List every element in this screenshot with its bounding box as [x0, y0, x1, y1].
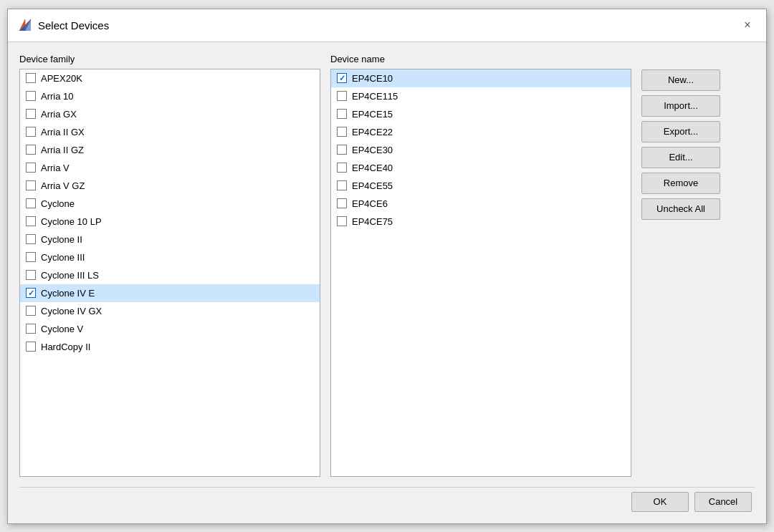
item-label: EP4CE10: [352, 73, 393, 84]
item-label: EP4CE115: [352, 91, 398, 102]
select-devices-dialog: Select Devices × Device family APEX20KAr…: [7, 9, 767, 524]
checkbox: [337, 91, 347, 101]
item-label: EP4CE6: [352, 198, 388, 209]
item-label: EP4CE55: [352, 180, 393, 191]
device-family-panel: Device family APEX20KArria 10Arria GXArr…: [19, 54, 320, 477]
list-item[interactable]: Cyclone: [20, 195, 320, 213]
new-button[interactable]: New...: [641, 69, 720, 91]
checkbox: [337, 198, 347, 208]
item-label: Arria II GX: [41, 127, 85, 137]
list-item[interactable]: EP4CE30: [331, 141, 631, 159]
list-item[interactable]: Arria GX: [20, 105, 320, 123]
checkbox: [26, 91, 36, 101]
checkbox: [26, 234, 36, 244]
checkbox: [26, 145, 36, 155]
import-button[interactable]: Import...: [641, 95, 720, 117]
device-family-label: Device family: [19, 54, 320, 64]
checkbox: [26, 180, 36, 190]
checkbox: [26, 270, 36, 280]
device-name-list[interactable]: EP4CE10EP4CE115EP4CE15EP4CE22EP4CE30EP4C…: [330, 69, 631, 477]
item-label: EP4CE22: [352, 127, 393, 137]
list-item[interactable]: EP4CE115: [331, 87, 631, 105]
checkbox: [26, 324, 36, 334]
list-item[interactable]: Cyclone III: [20, 248, 320, 266]
item-label: Cyclone III LS: [41, 270, 99, 281]
item-label: Arria 10: [41, 91, 74, 102]
action-buttons-panel: New... Import... Export... Edit... Remov…: [641, 54, 720, 477]
checkbox: [26, 127, 36, 137]
device-name-label: Device name: [330, 54, 631, 64]
list-item[interactable]: EP4CE55: [331, 177, 631, 195]
dialog-title: Select Devices: [38, 19, 109, 32]
list-item[interactable]: Arria II GX: [20, 123, 320, 141]
list-item[interactable]: EP4CE22: [331, 123, 631, 141]
item-label: APEX20K: [41, 73, 82, 84]
checkbox: [26, 109, 36, 119]
list-item[interactable]: Cyclone V: [20, 320, 320, 338]
checkbox: [337, 109, 347, 119]
content-area: Device family APEX20KArria 10Arria GXArr…: [19, 54, 755, 477]
device-name-panel: Device name EP4CE10EP4CE115EP4CE15EP4CE2…: [330, 54, 631, 477]
list-item[interactable]: Cyclone II: [20, 231, 320, 248]
remove-button[interactable]: Remove: [641, 173, 720, 194]
checkbox: [26, 163, 36, 173]
checkbox: [26, 198, 36, 208]
list-item[interactable]: EP4CE75: [331, 213, 631, 231]
checkbox: [26, 306, 36, 316]
list-item[interactable]: Cyclone 10 LP: [20, 213, 320, 231]
checkbox: [26, 216, 36, 226]
list-item[interactable]: EP4CE15: [331, 105, 631, 123]
edit-button[interactable]: Edit...: [641, 147, 720, 168]
item-label: EP4CE75: [352, 216, 393, 227]
item-label: Arria GX: [41, 109, 77, 120]
list-item[interactable]: Cyclone IV GX: [20, 302, 320, 320]
checkbox: [337, 73, 347, 83]
checkbox: [26, 288, 36, 298]
list-item[interactable]: EP4CE10: [331, 69, 631, 87]
footer: OK Cancel: [19, 487, 755, 516]
checkbox: [337, 216, 347, 226]
item-label: EP4CE40: [352, 163, 393, 173]
item-label: HardCopy II: [41, 342, 90, 352]
checkbox: [26, 73, 36, 83]
item-label: Arria II GZ: [41, 145, 84, 155]
checkbox: [26, 252, 36, 262]
list-item[interactable]: HardCopy II: [20, 338, 320, 356]
item-label: Cyclone V: [41, 324, 83, 334]
item-label: Cyclone III: [41, 252, 85, 263]
uncheck-all-button[interactable]: Uncheck All: [641, 198, 720, 220]
item-label: Arria V: [41, 163, 70, 173]
list-item[interactable]: EP4CE40: [331, 159, 631, 177]
list-item[interactable]: Cyclone III LS: [20, 266, 320, 284]
checkbox: [26, 342, 36, 352]
item-label: EP4CE30: [352, 145, 393, 155]
list-item[interactable]: Arria 10: [20, 87, 320, 105]
item-label: Cyclone IV GX: [41, 306, 102, 316]
device-family-list[interactable]: APEX20KArria 10Arria GXArria II GXArria …: [19, 69, 320, 477]
close-button[interactable]: ×: [739, 16, 756, 34]
checkbox: [337, 180, 347, 190]
item-label: Cyclone 10 LP: [41, 216, 102, 227]
list-item[interactable]: Arria V: [20, 159, 320, 177]
title-bar: Select Devices ×: [8, 9, 766, 42]
item-label: Cyclone II: [41, 234, 82, 245]
checkbox: [337, 145, 347, 155]
checkbox: [337, 163, 347, 173]
item-label: EP4CE15: [352, 109, 393, 120]
dialog-body: Device family APEX20KArria 10Arria GXArr…: [8, 42, 766, 523]
list-item[interactable]: Arria II GZ: [20, 141, 320, 159]
svg-marker-2: [25, 19, 31, 31]
ok-button[interactable]: OK: [631, 492, 689, 512]
list-item[interactable]: APEX20K: [20, 69, 320, 87]
checkbox: [337, 127, 347, 137]
item-label: Cyclone: [41, 198, 75, 209]
item-label: Cyclone IV E: [41, 288, 95, 299]
app-icon: [18, 18, 32, 32]
list-item[interactable]: EP4CE6: [331, 195, 631, 213]
export-button[interactable]: Export...: [641, 121, 720, 142]
item-label: Arria V GZ: [41, 180, 85, 191]
cancel-button[interactable]: Cancel: [694, 492, 752, 512]
list-item[interactable]: Cyclone IV E: [20, 284, 320, 302]
list-item[interactable]: Arria V GZ: [20, 177, 320, 195]
title-bar-left: Select Devices: [18, 18, 109, 32]
